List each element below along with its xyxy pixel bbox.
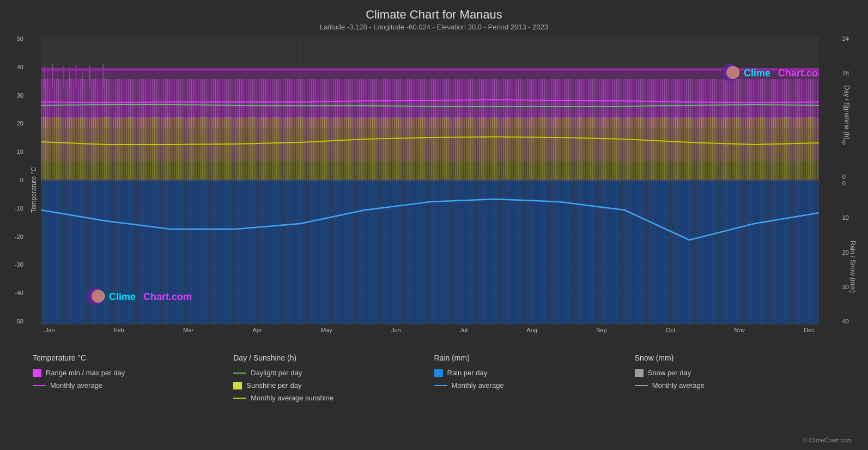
rain-avg-swatch: [434, 385, 447, 386]
y-tick-30: 30: [17, 92, 23, 99]
svg-text:Clime: Clime: [109, 291, 136, 302]
y-tick-n10: -10: [15, 205, 23, 212]
right-y-axis-bottom: 0 10 20 30 40: [842, 180, 849, 325]
legend-sunshine-avg: Monthly average sunshine: [233, 394, 434, 402]
x-tick-mar: Mar: [183, 327, 193, 333]
sunshine-avg-swatch: [233, 398, 246, 399]
right-axis-label-bottom: Rain / Snow (mm): [849, 241, 857, 293]
legend-temp-title: Temperature °C: [33, 353, 233, 362]
r-tick-6: 6: [842, 139, 846, 146]
legend-snow-avg-label: Monthly average: [652, 381, 705, 389]
subtitle: Latitude -3.128 - Longitude -60.024 - El…: [0, 23, 868, 31]
x-tick-oct: Oct: [666, 327, 675, 333]
x-tick-jun: Jun: [391, 327, 401, 333]
r-tick-20mm: 20: [842, 249, 849, 256]
legend-snow-title: Snow (mm): [635, 353, 835, 362]
r-tick-40mm: 40: [842, 318, 849, 325]
legend-temp-range-label: Range min / max per day: [46, 369, 125, 377]
svg-text:Chart.com: Chart.com: [143, 291, 192, 302]
legend-sunshine-day: Sunshine per day: [233, 381, 434, 389]
x-tick-jan: Jan: [45, 327, 55, 333]
x-tick-dec: Dec: [804, 327, 815, 333]
x-tick-apr: Apr: [253, 327, 262, 333]
legend-rain-title: Rain (mm): [434, 353, 635, 362]
left-axis-label: Temperature °C: [30, 166, 38, 212]
svg-text:Chart.com: Chart.com: [778, 68, 819, 79]
r-tick-30mm: 30: [842, 284, 849, 290]
chart-wrapper: Temperature °C Day / Sunshine (h) Rain /…: [41, 35, 819, 344]
y-tick-n50: -50: [15, 318, 23, 325]
legend-container: Temperature °C Range min / max per day M…: [33, 353, 835, 402]
r-tick-12: 12: [842, 105, 849, 111]
legend-daylight: Daylight per day: [233, 369, 434, 377]
legend-snow: Snow (mm) Snow per day Monthly average: [635, 353, 835, 402]
legend-daylight-label: Daylight per day: [251, 369, 302, 377]
y-tick-10: 10: [17, 148, 23, 155]
x-tick-nov: Nov: [734, 327, 745, 333]
y-tick-20: 20: [17, 120, 23, 127]
r-tick-10mm: 10: [842, 214, 849, 221]
r-tick-0: 0: [842, 173, 846, 180]
y-tick-50: 50: [17, 35, 23, 42]
legend-rain-day: Rain per day: [434, 369, 635, 377]
x-tick-feb: Feb: [114, 327, 124, 333]
snow-swatch: [635, 369, 644, 377]
y-tick-n20: -20: [15, 233, 23, 240]
svg-point-60: [87, 287, 104, 305]
legend-rain-avg-label: Monthly average: [452, 381, 504, 389]
temp-range-swatch: [33, 369, 41, 377]
left-y-axis: 50 40 30 20 10 0 -10 -20 -30 -40 -50: [15, 35, 23, 325]
r-tick-0mm: 0: [842, 180, 846, 187]
x-tick-aug: Aug: [526, 327, 537, 333]
y-tick-0: 0: [20, 177, 23, 183]
legend-snow-day: Snow per day: [635, 369, 835, 377]
legend-snow-day-label: Snow per day: [648, 369, 691, 377]
x-axis: Jan Feb Mar Apr May Jun Jul Aug Sep Oct …: [41, 327, 819, 333]
legend-rain-day-label: Rain per day: [447, 369, 488, 377]
legend-rain: Rain (mm) Rain per day Monthly average: [434, 353, 635, 402]
y-tick-n40: -40: [15, 290, 23, 296]
footer-copyright: © ClimeChart.com: [803, 437, 852, 443]
sunshine-swatch: [233, 382, 242, 389]
temp-avg-swatch: [33, 385, 46, 386]
legend-rain-avg: Monthly average: [434, 381, 635, 389]
legend-temp-avg: Monthly average: [33, 381, 233, 389]
r-tick-24: 24: [842, 35, 849, 42]
main-title: Climate Chart for Manaus: [0, 8, 868, 22]
x-tick-may: May: [321, 327, 332, 333]
r-tick-18: 18: [842, 70, 849, 76]
svg-rect-49: [41, 118, 819, 179]
legend-temp-avg-label: Monthly average: [50, 381, 102, 389]
svg-point-55: [721, 64, 739, 81]
legend-temp-range: Range min / max per day: [33, 369, 233, 377]
title-section: Climate Chart for Manaus Latitude -3.128…: [0, 0, 868, 31]
svg-text:Clime: Clime: [744, 68, 770, 79]
legend-sunshine-title: Day / Sunshine (h): [233, 353, 434, 362]
legend-sunshine: Day / Sunshine (h) Daylight per day Suns…: [233, 353, 434, 402]
x-tick-jul: Jul: [460, 327, 468, 333]
legend-sunshine-avg-label: Monthly average sunshine: [251, 394, 333, 402]
legend-sunshine-day-label: Sunshine per day: [246, 381, 301, 389]
x-tick-sep: Sep: [596, 327, 607, 333]
y-tick-40: 40: [17, 64, 23, 70]
snow-avg-swatch: [635, 385, 648, 386]
svg-rect-34: [41, 68, 819, 71]
page-container: Climate Chart for Manaus Latitude -3.128…: [0, 0, 868, 450]
legend-temperature: Temperature °C Range min / max per day M…: [33, 353, 233, 402]
rain-swatch: [434, 369, 443, 377]
daylight-swatch: [233, 373, 246, 374]
legend-snow-avg: Monthly average: [635, 381, 835, 389]
right-y-axis-top: 24 18 12 6 0: [842, 35, 849, 180]
y-tick-n30: -30: [15, 261, 23, 268]
main-chart-svg: Clime Chart.com Clime Chart.com: [41, 35, 819, 325]
